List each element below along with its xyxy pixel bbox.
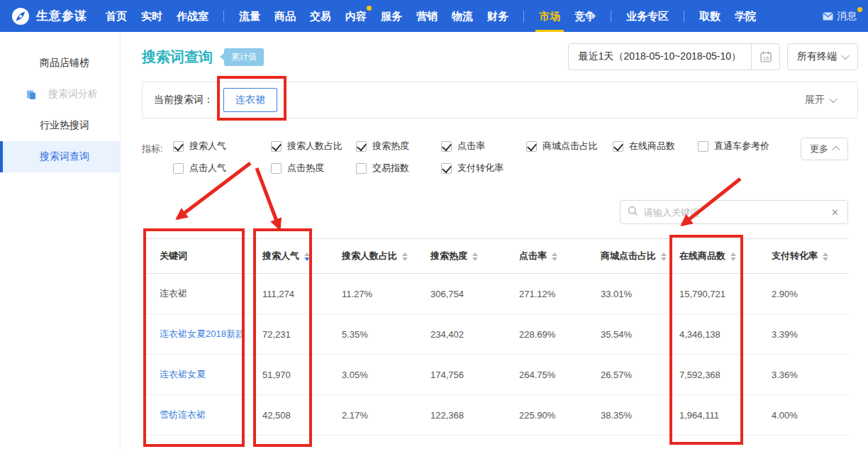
table-row: 连衣裙111,27411.27%306,754271.12%33.01%15,7…: [144, 274, 849, 314]
nav-item-home[interactable]: 首页: [106, 0, 127, 32]
checkbox-unchecked[interactable]: [173, 163, 184, 174]
value-cell: 1,964,111: [669, 395, 762, 436]
sort-icon[interactable]: [304, 253, 310, 261]
nav-item-content[interactable]: 内容: [345, 0, 367, 32]
column-header-1[interactable]: 搜索人气: [252, 239, 332, 274]
brand[interactable]: 生意参谋: [11, 7, 87, 26]
nav-item-war-room[interactable]: 作战室: [177, 0, 208, 32]
metric-checkbox-item[interactable]: 搜索人气: [173, 140, 271, 153]
metrics-grid: 搜索人气搜索人数占比搜索热度点击率商城点击占比在线商品数直通车参考价点击人气点击…: [173, 140, 804, 174]
keyword-cell[interactable]: 冷淡风连衣裙 极简: [144, 436, 252, 449]
value-cell: 26.57%: [591, 355, 669, 395]
metric-checkbox-item[interactable]: 交易指数: [356, 162, 441, 174]
metric-checkbox-item[interactable]: 点击热度: [271, 162, 356, 174]
nav-item-goods[interactable]: 商品: [274, 0, 296, 32]
search-input[interactable]: [644, 207, 830, 218]
checkbox-unchecked[interactable]: [271, 163, 282, 174]
nav-item-realtime[interactable]: 实时: [141, 0, 162, 32]
calendar-icon[interactable]: 15: [751, 44, 779, 70]
metric-checkbox-item[interactable]: 搜索人数占比: [271, 140, 356, 153]
nav-item-service[interactable]: 服务: [381, 0, 402, 32]
nav-item-finance[interactable]: 财务: [487, 0, 508, 32]
checkbox-checked[interactable]: [526, 141, 537, 152]
keyword-cell[interactable]: 雪纺连衣裙: [144, 395, 252, 436]
column-header-2[interactable]: 搜索人数占比: [332, 239, 421, 274]
nav-message[interactable]: 消息: [823, 10, 857, 23]
nav-divider: [611, 11, 611, 22]
value-cell: 35.54%: [591, 314, 669, 355]
nav-item-data-extract[interactable]: 取数: [699, 0, 720, 32]
checkbox-unchecked[interactable]: [698, 141, 708, 152]
value-cell: 51,970: [252, 355, 332, 395]
nav-item-logistics[interactable]: 物流: [452, 0, 473, 32]
metric-checkbox-item[interactable]: 支付转化率: [441, 162, 526, 174]
document-icon: [26, 89, 43, 100]
nav-item-marketing[interactable]: 营销: [416, 0, 438, 32]
date-range-picker[interactable]: 最近1天（2018-05-10~2018-05-10） 15: [568, 43, 780, 70]
sidebar-item-product-shop-rank[interactable]: 商品店铺榜: [0, 48, 120, 79]
current-word-tag[interactable]: 连衣裙: [223, 88, 277, 112]
keyword-cell[interactable]: 连衣裙女夏: [144, 355, 252, 395]
sort-desc-icon: [402, 257, 408, 261]
metric-checkbox-item[interactable]: 点击人气: [173, 162, 271, 174]
nav-item-business-zone[interactable]: 业务专区: [626, 0, 669, 32]
metric-label: 交易指数: [372, 162, 409, 174]
sidebar-item-industry-hot-words[interactable]: 行业热搜词: [0, 110, 120, 141]
metric-checkbox-item[interactable]: 搜索热度: [356, 140, 441, 153]
expand-button[interactable]: 展开: [805, 94, 836, 106]
checkbox-checked[interactable]: [613, 141, 623, 152]
column-header-label: 关键词: [160, 250, 187, 261]
sort-icon[interactable]: [402, 253, 408, 261]
metric-checkbox-item[interactable]: 直通车参考价: [698, 140, 804, 153]
column-header-0: 关键词: [144, 239, 252, 274]
checkbox-checked[interactable]: [356, 141, 367, 152]
sort-icon[interactable]: [552, 253, 557, 261]
nav-item-market[interactable]: 市场: [539, 0, 560, 32]
value-cell: 191.93%: [509, 436, 591, 449]
column-header-7[interactable]: 支付转化率: [762, 239, 849, 274]
column-header-4[interactable]: 点击率: [509, 239, 591, 274]
column-header-6[interactable]: 在线商品数: [669, 239, 762, 274]
column-header-3[interactable]: 搜索热度: [421, 239, 509, 274]
sort-icon[interactable]: [472, 253, 478, 261]
terminal-filter-dropdown[interactable]: 所有终端: [787, 43, 858, 70]
checkbox-checked[interactable]: [173, 141, 184, 152]
sort-icon[interactable]: [823, 253, 828, 261]
keyword-cell[interactable]: 连衣裙女夏2018新款: [144, 314, 252, 355]
checkbox-checked[interactable]: [441, 141, 452, 152]
svg-text:15: 15: [762, 55, 768, 62]
sort-desc-icon: [730, 257, 736, 261]
sort-icon[interactable]: [661, 253, 667, 261]
value-cell: 1.68%: [332, 436, 421, 449]
more-button[interactable]: 更多: [801, 138, 848, 160]
value-cell: 306,754: [421, 274, 509, 314]
top-nav: 生意参谋 首页实时作战室流量商品交易内容服务营销物流财务市场竞争业务专区取数学院…: [0, 0, 868, 32]
sidebar-item-label: 搜索词查询: [40, 150, 89, 163]
chevron-down-icon: [841, 52, 849, 60]
metric-checkbox-item[interactable]: 点击率: [441, 140, 526, 153]
nav-item-academy[interactable]: 学院: [735, 0, 756, 32]
nav-item-traffic[interactable]: 流量: [239, 0, 260, 32]
search-word-table: 关键词搜索人气搜索人数占比搜索热度点击率商城点击占比在线商品数支付转化率 连衣裙…: [144, 238, 849, 449]
nav-item-competition[interactable]: 竞争: [574, 0, 596, 32]
clear-icon[interactable]: ✕: [830, 207, 840, 218]
metric-checkbox-item[interactable]: 在线商品数: [613, 140, 698, 153]
checkbox-unchecked[interactable]: [356, 163, 367, 174]
column-header-5[interactable]: 商城点击占比: [591, 239, 669, 274]
column-header-label: 搜索人数占比: [342, 250, 397, 261]
sort-desc-icon: [304, 257, 310, 261]
value-cell: 2.17%: [332, 395, 421, 436]
value-cell: 5.35%: [332, 314, 421, 355]
sort-icon[interactable]: [730, 253, 736, 261]
page-title: 搜索词查询: [142, 48, 213, 67]
checkbox-checked[interactable]: [441, 163, 452, 174]
metric-checkbox-item[interactable]: 商城点击占比: [526, 140, 613, 153]
sidebar-item-search-word-query[interactable]: 搜索词查询: [0, 141, 120, 172]
sort-asc-icon: [661, 253, 667, 256]
value-cell: 72,231: [252, 314, 332, 355]
value-cell: 264.75%: [509, 355, 591, 395]
table-panel: 指标: 搜索人气搜索人数占比搜索热度点击率商城点击占比在线商品数直通车参考价点击…: [121, 130, 868, 449]
table-header-row: 关键词搜索人气搜索人数占比搜索热度点击率商城点击占比在线商品数支付转化率: [144, 239, 849, 274]
checkbox-checked[interactable]: [271, 141, 282, 152]
nav-item-trade[interactable]: 交易: [310, 0, 331, 32]
